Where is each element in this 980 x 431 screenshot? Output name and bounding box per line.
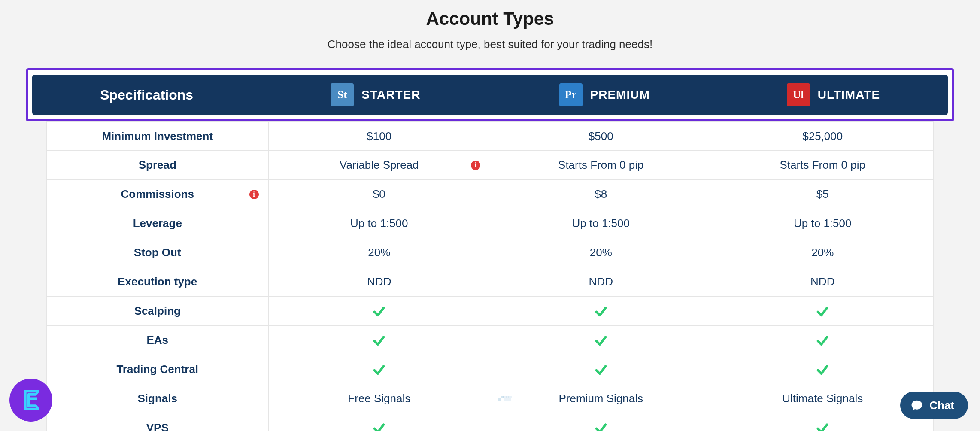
starter-label: STARTER	[361, 88, 420, 102]
spec-cell-text: Stop Out	[134, 246, 181, 259]
ultimate-cell-text: $25,000	[802, 130, 843, 143]
starter-cell-text: $0	[373, 188, 385, 201]
starter-cell-text: Free Signals	[348, 392, 410, 405]
premium-cell: Starts From 0 pip	[490, 151, 712, 179]
info-icon[interactable]: i	[249, 190, 259, 199]
chat-label: Chat	[929, 399, 954, 412]
spec-cell: Spread	[47, 151, 269, 179]
spec-cell-text: VPS	[146, 421, 169, 431]
table-row: Stop Out20%20%20%	[46, 238, 934, 267]
premium-cell-text: $500	[589, 130, 613, 143]
check-icon	[594, 421, 608, 431]
spec-cell-text: Minimum Investment	[102, 130, 213, 143]
table-row: SpreadVariable SpreadiStarts From 0 pipS…	[46, 151, 934, 180]
spec-cell: Signals	[47, 384, 269, 413]
premium-cell: ░░░░░Premium Signals	[490, 384, 712, 413]
starter-cell-text: Up to 1:500	[350, 217, 408, 230]
table-row: Trading Central	[46, 355, 934, 384]
table-row: Execution typeNDDNDDNDD	[46, 267, 934, 297]
premium-cell: $500	[490, 122, 712, 150]
ultimate-cell-text: Starts From 0 pip	[780, 158, 865, 172]
starter-icon: St	[331, 83, 354, 106]
check-icon	[372, 334, 386, 347]
premium-cell: NDD	[490, 267, 712, 296]
spec-cell: Leverage	[47, 209, 269, 238]
premium-icon: Pr	[559, 83, 583, 106]
spec-cell: Scalping	[47, 297, 269, 325]
ultimate-cell	[712, 326, 934, 355]
ultimate-cell	[712, 413, 934, 431]
spec-cell-text: Spread	[139, 158, 176, 172]
premium-cell: 20%	[490, 238, 712, 267]
starter-cell-text: Variable Spread	[340, 158, 419, 172]
starter-cell: Up to 1:500	[269, 209, 491, 238]
brand-logo-icon	[18, 387, 44, 413]
ultimate-cell	[712, 355, 934, 384]
spec-cell: EAs	[47, 326, 269, 355]
check-icon	[816, 334, 829, 347]
check-icon	[372, 363, 386, 376]
info-icon[interactable]: i	[471, 161, 480, 170]
ultimate-cell: 20%	[712, 238, 934, 267]
spec-cell-text: Trading Central	[116, 363, 198, 376]
check-icon	[372, 421, 386, 431]
brand-badge[interactable]	[9, 379, 52, 422]
starter-cell	[269, 413, 491, 431]
ultimate-cell: NDD	[712, 267, 934, 296]
ultimate-cell: Starts From 0 pip	[712, 151, 934, 179]
starter-cell	[269, 297, 491, 325]
check-icon	[594, 334, 608, 347]
starter-cell-text: 20%	[368, 246, 390, 259]
chat-button[interactable]: Chat	[900, 392, 968, 419]
starter-cell: Free Signals	[269, 384, 491, 413]
starter-cell: Variable Spreadi	[269, 151, 491, 179]
ultimate-cell	[712, 297, 934, 325]
spec-cell-text: Commissions	[121, 188, 194, 201]
premium-cell-text: Starts From 0 pip	[558, 158, 643, 172]
spec-cell-text: Scalping	[134, 304, 181, 318]
spec-cell: Commissionsi	[47, 180, 269, 209]
premium-cell	[490, 355, 712, 384]
spec-cell-text: EAs	[146, 334, 168, 347]
table-row: LeverageUp to 1:500Up to 1:500Up to 1:50…	[46, 209, 934, 238]
check-icon	[816, 421, 829, 431]
starter-cell-text: $100	[367, 130, 391, 143]
ultimate-cell-text: $5	[816, 188, 829, 201]
premium-cell-text: NDD	[589, 275, 613, 288]
spec-cell-text: Execution type	[118, 275, 197, 288]
starter-cell-text: NDD	[367, 275, 391, 288]
spec-cell: Stop Out	[47, 238, 269, 267]
decorative-mark: ░░░░░	[498, 396, 511, 401]
header-starter: St STARTER	[261, 83, 490, 106]
starter-cell	[269, 355, 491, 384]
check-icon	[816, 363, 829, 376]
table-row: VPS	[46, 413, 934, 431]
premium-cell	[490, 297, 712, 325]
table-row: Minimum Investment$100$500$25,000	[46, 121, 934, 151]
ultimate-cell: Ultimate Signals	[712, 384, 934, 413]
ultimate-icon: Ul	[787, 83, 810, 106]
premium-cell	[490, 413, 712, 431]
premium-cell	[490, 326, 712, 355]
ultimate-cell: $5	[712, 180, 934, 209]
starter-cell: 20%	[269, 238, 491, 267]
chat-icon	[910, 399, 923, 412]
header-spec-label: Specifications	[100, 87, 193, 103]
spec-cell: Execution type	[47, 267, 269, 296]
ultimate-cell: $25,000	[712, 122, 934, 150]
spec-cell-text: Signals	[138, 392, 177, 405]
header-ultimate: Ul ULTIMATE	[719, 83, 948, 106]
header-specifications: Specifications	[32, 87, 261, 103]
ultimate-label: ULTIMATE	[818, 88, 880, 102]
page-subtitle: Choose the ideal account type, best suit…	[0, 38, 980, 51]
check-icon	[594, 363, 608, 376]
table-row: EAs	[46, 326, 934, 355]
ultimate-cell: Up to 1:500	[712, 209, 934, 238]
spec-cell-text: Leverage	[133, 217, 182, 230]
starter-cell	[269, 326, 491, 355]
page-title: Account Types	[0, 9, 980, 29]
spec-cell: Minimum Investment	[47, 122, 269, 150]
check-icon	[594, 304, 608, 318]
spec-cell: Trading Central	[47, 355, 269, 384]
ultimate-cell-text: Up to 1:500	[794, 217, 851, 230]
